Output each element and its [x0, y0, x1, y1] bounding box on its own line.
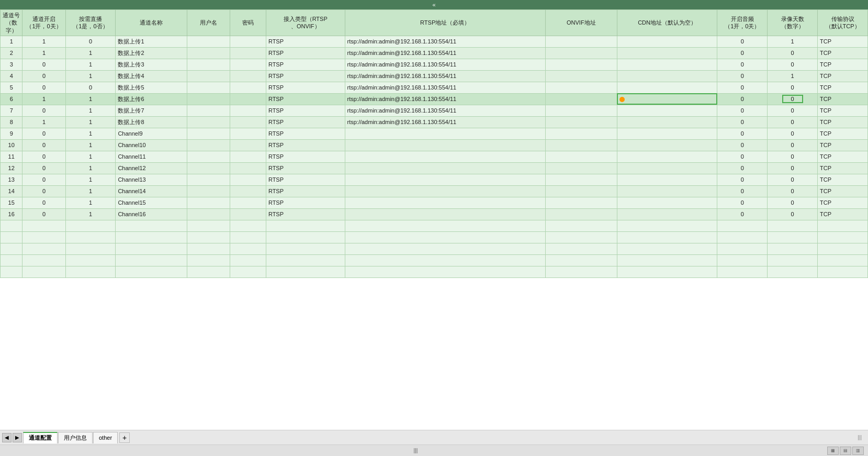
cell-open[interactable]: 0 — [22, 82, 65, 93]
cell-name[interactable]: Channel10 — [116, 139, 187, 151]
cell-name[interactable]: 数据上传8 — [116, 116, 187, 128]
cell-num[interactable]: 16 — [1, 208, 22, 220]
cell-name[interactable]: Channel15 — [116, 197, 187, 208]
cell-pwd[interactable] — [230, 36, 266, 47]
cell-type[interactable]: RTSP — [266, 116, 345, 128]
cell-cdn[interactable] — [617, 174, 717, 185]
cell-cdn[interactable] — [617, 185, 717, 197]
cell-name[interactable]: 数据上传6 — [116, 93, 187, 105]
cell-user[interactable] — [187, 36, 230, 47]
cell-num[interactable]: 1 — [1, 36, 22, 47]
cell-type[interactable]: RTSP — [266, 197, 345, 208]
cell-pwd[interactable] — [230, 151, 266, 162]
cell-press[interactable]: 1 — [65, 174, 116, 185]
cell-days[interactable]: 0 — [768, 174, 818, 185]
cell-days[interactable]: 0 — [768, 128, 818, 139]
cell-rtsp[interactable]: rtsp://admin:admin@192.168.1.130:554/11 — [345, 116, 545, 128]
cell-rtsp[interactable] — [345, 197, 545, 208]
cell-days[interactable]: 1 — [768, 36, 818, 47]
cell-audio[interactable]: 0 — [717, 70, 768, 82]
cell-proto[interactable]: TCP — [818, 116, 868, 128]
cell-rtsp[interactable] — [345, 151, 545, 162]
cell-cdn[interactable] — [617, 151, 717, 162]
cell-audio[interactable]: 0 — [717, 105, 768, 116]
cell-open[interactable]: 0 — [22, 128, 65, 139]
table-row[interactable]: 1201Channel12RTSP00TCP — [1, 162, 868, 174]
cell-proto[interactable]: TCP — [818, 47, 868, 59]
cell-proto[interactable]: TCP — [818, 59, 868, 70]
cell-press[interactable]: 1 — [65, 208, 116, 220]
cell-press[interactable]: 0 — [65, 36, 116, 47]
cell-pwd[interactable] — [230, 208, 266, 220]
cell-type[interactable]: RTSP — [266, 93, 345, 105]
cell-press[interactable]: 1 — [65, 93, 116, 105]
cell-name[interactable]: Channel13 — [116, 174, 187, 185]
cell-name[interactable]: 数据上传7 — [116, 105, 187, 116]
cell-num[interactable]: 10 — [1, 139, 22, 151]
cell-onvif[interactable] — [545, 208, 617, 220]
table-row[interactable]: 500数据上传5RTSPrtsp://admin:admin@192.168.1… — [1, 82, 868, 93]
table-row[interactable]: 1501Channel15RTSP00TCP — [1, 197, 868, 208]
cell-rtsp[interactable] — [345, 185, 545, 197]
cell-proto[interactable]: TCP — [818, 185, 868, 197]
cell-type[interactable]: RTSP — [266, 174, 345, 185]
cell-user[interactable] — [187, 93, 230, 105]
cell-press[interactable]: 1 — [65, 128, 116, 139]
cell-type[interactable]: RTSP — [266, 70, 345, 82]
cell-audio[interactable]: 0 — [717, 128, 768, 139]
cell-rtsp[interactable]: rtsp://admin:admin@192.168.1.130:554/11 — [345, 70, 545, 82]
cell-user[interactable] — [187, 174, 230, 185]
cell-user[interactable] — [187, 151, 230, 162]
cell-rtsp[interactable] — [345, 128, 545, 139]
cell-cdn[interactable] — [617, 59, 717, 70]
cell-proto[interactable]: TCP — [818, 197, 868, 208]
cell-user[interactable] — [187, 105, 230, 116]
cell-name[interactable]: 数据上传4 — [116, 70, 187, 82]
cell-rtsp[interactable]: rtsp://admin:admin@192.168.1.130:554/11 — [345, 93, 545, 105]
cell-type[interactable]: RTSP — [266, 59, 345, 70]
cell-cdn[interactable] — [617, 116, 717, 128]
cell-type[interactable]: RTSP — [266, 47, 345, 59]
cell-open[interactable]: 0 — [22, 151, 65, 162]
cell-days[interactable]: 0 — [768, 151, 818, 162]
cell-onvif[interactable] — [545, 139, 617, 151]
cell-press[interactable]: 1 — [65, 47, 116, 59]
cell-audio[interactable]: 0 — [717, 151, 768, 162]
cell-num[interactable]: 13 — [1, 174, 22, 185]
cell-cdn[interactable] — [617, 162, 717, 174]
cell-press[interactable]: 1 — [65, 59, 116, 70]
cell-rtsp[interactable]: rtsp://admin:admin@192.168.1.130:554/11 — [345, 82, 545, 93]
cell-onvif[interactable] — [545, 162, 617, 174]
cell-audio[interactable]: 0 — [717, 185, 768, 197]
cell-cdn[interactable] — [617, 128, 717, 139]
cell-type[interactable]: RTSP — [266, 151, 345, 162]
table-row[interactable]: 1101Channel11RTSP00TCP — [1, 151, 868, 162]
cell-pwd[interactable] — [230, 70, 266, 82]
cell-user[interactable] — [187, 185, 230, 197]
cell-open[interactable]: 1 — [22, 47, 65, 59]
cell-pwd[interactable] — [230, 93, 266, 105]
cell-audio[interactable]: 0 — [717, 208, 768, 220]
cell-press[interactable]: 1 — [65, 116, 116, 128]
cell-days[interactable]: 0 — [768, 93, 818, 105]
cell-pwd[interactable] — [230, 105, 266, 116]
cell-audio[interactable]: 0 — [717, 93, 768, 105]
cell-onvif[interactable] — [545, 174, 617, 185]
table-row[interactable]: 1301Channel13RTSP00TCP — [1, 174, 868, 185]
table-row[interactable]: 1401Channel14RTSP00TCP — [1, 185, 868, 197]
sheet-tab-other[interactable]: other — [93, 432, 118, 443]
nav-next-btn[interactable]: ▶ — [13, 433, 22, 442]
add-sheet-btn[interactable]: + — [119, 432, 130, 443]
cell-rtsp[interactable]: rtsp://admin:admin@192.168.1.130:554/11 — [345, 47, 545, 59]
cell-onvif[interactable] — [545, 185, 617, 197]
cell-onvif[interactable] — [545, 151, 617, 162]
cell-proto[interactable]: TCP — [818, 162, 868, 174]
cell-num[interactable]: 5 — [1, 82, 22, 93]
cell-num[interactable]: 12 — [1, 162, 22, 174]
cell-cdn[interactable] — [617, 105, 717, 116]
cell-user[interactable] — [187, 47, 230, 59]
cell-press[interactable]: 1 — [65, 105, 116, 116]
cell-name[interactable]: 数据上传2 — [116, 47, 187, 59]
cell-audio[interactable]: 0 — [717, 116, 768, 128]
cell-proto[interactable]: TCP — [818, 82, 868, 93]
